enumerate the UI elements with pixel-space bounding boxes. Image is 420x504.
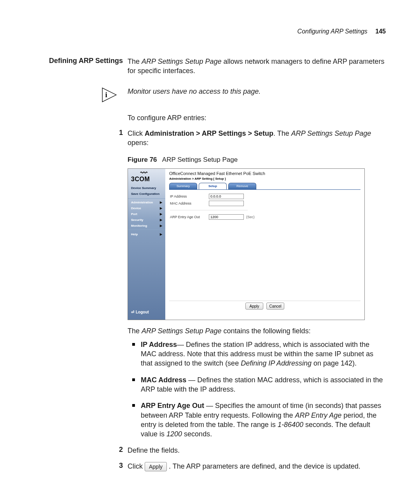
info-icon: i bbox=[37, 87, 128, 103]
step-number: 3 bbox=[37, 462, 128, 470]
apply-button-inline[interactable]: Apply bbox=[145, 462, 167, 472]
label: Device bbox=[131, 206, 141, 210]
ageout-unit: (Sec) bbox=[246, 215, 255, 219]
t: Click bbox=[128, 130, 145, 137]
sidebar-item-port[interactable]: Port▶ bbox=[128, 211, 165, 217]
running-header: Configuring ARP Settings 145 bbox=[37, 28, 386, 35]
arp-ageout-input[interactable] bbox=[209, 214, 244, 220]
sidebar-item-device[interactable]: Device▶ bbox=[128, 205, 165, 211]
t: ARP Settings Setup Page bbox=[142, 327, 221, 335]
brand-logo: 〰 3COM bbox=[128, 170, 165, 185]
field-name: ARP Entry Age Out bbox=[141, 402, 204, 410]
label: Security bbox=[131, 218, 144, 222]
tab-remove[interactable]: Remove bbox=[228, 183, 256, 189]
sidebar-save-config[interactable]: Save Configuration bbox=[128, 191, 165, 197]
fields-list: IP Address— Defines the station IP addre… bbox=[132, 340, 386, 439]
figure-caption: Figure 76 ARP Settings Setup Page bbox=[128, 156, 386, 164]
t: . The bbox=[273, 130, 291, 137]
t: ARP Entry Age bbox=[295, 411, 342, 419]
field-name: MAC Address bbox=[141, 376, 186, 384]
sidebar-item-administration[interactable]: Administration▶ bbox=[128, 200, 165, 205]
label: Help bbox=[131, 233, 138, 236]
nav-path: Administration > ARP Settings > Setup bbox=[145, 130, 273, 137]
sidebar-device-summary[interactable]: Device Summary bbox=[128, 185, 165, 191]
chevron-right-icon: ▶ bbox=[160, 218, 162, 222]
ui-sidebar: 〰 3COM Device Summary Save Configuration… bbox=[128, 169, 165, 320]
arp-ageout-label: ARP Entry Age Out bbox=[170, 215, 209, 219]
label: Device Summary bbox=[131, 186, 156, 190]
arp-setup-screenshot: 〰 3COM Device Summary Save Configuration… bbox=[128, 168, 365, 320]
ui-tabs: Summary Setup Remove bbox=[169, 183, 360, 189]
section-heading: Defining ARP Settings bbox=[37, 57, 128, 65]
step-1: 1 Click Administration > ARP Settings > … bbox=[37, 129, 386, 148]
mac-address-label: MAC Address bbox=[170, 201, 209, 205]
chevron-right-icon: ▶ bbox=[160, 201, 162, 204]
chevron-right-icon: ▶ bbox=[160, 206, 162, 210]
header-section-title: Configuring ARP Settings bbox=[298, 28, 368, 35]
t: The bbox=[128, 327, 142, 335]
t: 1-86400 bbox=[278, 421, 303, 429]
tab-body: IP Address MAC Address ARP Entry Age Out… bbox=[169, 189, 360, 225]
sidebar-item-monitoring[interactable]: Monitoring▶ bbox=[128, 223, 165, 229]
sidebar-item-security[interactable]: Security▶ bbox=[128, 217, 165, 223]
t: on page 142). bbox=[312, 359, 357, 367]
field-ip-address: IP Address— Defines the station IP addre… bbox=[132, 340, 386, 368]
field-arp-age-out: ARP Entry Age Out — Specifies the amount… bbox=[132, 401, 386, 439]
step-3: 3 Click Apply . The ARP parameters are d… bbox=[37, 462, 386, 472]
label: Administration bbox=[131, 201, 153, 204]
label: Logout bbox=[136, 310, 149, 314]
figure-label: Figure 76 bbox=[128, 156, 157, 163]
chevron-right-icon: ▶ bbox=[160, 212, 162, 216]
svg-marker-0 bbox=[102, 88, 116, 102]
mac-address-input[interactable] bbox=[209, 201, 244, 206]
step-body: Click Administration > ARP Settings > Se… bbox=[128, 129, 386, 148]
t: . The ARP parameters are defined, and th… bbox=[169, 462, 360, 470]
logout-button[interactable]: ⏎ Logout bbox=[128, 304, 165, 320]
step-body: Define the fields. bbox=[128, 446, 386, 455]
form-row-mac: MAC Address bbox=[170, 201, 360, 206]
device-title: OfficeConnect Managed Fast Ethernet PoE … bbox=[169, 171, 360, 176]
fields-intro: The ARP Settings Setup Page contains the… bbox=[128, 326, 386, 336]
t: The bbox=[128, 58, 142, 65]
sidebar-item-help[interactable]: Help▶ bbox=[128, 231, 165, 237]
form-row-ageout: ARP Entry Age Out (Sec) bbox=[170, 214, 360, 220]
cancel-button[interactable]: Cancel bbox=[266, 303, 284, 310]
t: 1200 bbox=[166, 430, 182, 438]
page-number: 145 bbox=[375, 28, 386, 35]
tab-summary[interactable]: Summary bbox=[169, 183, 197, 189]
divider bbox=[170, 210, 248, 210]
field-name: IP Address bbox=[141, 341, 177, 348]
tab-setup[interactable]: Setup bbox=[199, 183, 227, 189]
info-triangle-icon: i bbox=[101, 87, 117, 103]
section-intro: Defining ARP Settings The ARP Settings S… bbox=[37, 57, 386, 76]
step-body: Click Apply . The ARP parameters are def… bbox=[128, 462, 386, 472]
apply-button[interactable]: Apply bbox=[245, 303, 263, 310]
ip-address-label: IP Address bbox=[170, 194, 209, 198]
label: Save Configuration bbox=[131, 192, 159, 196]
logout-icon: ⏎ bbox=[131, 310, 134, 314]
svg-text:i: i bbox=[105, 91, 107, 99]
label: Port bbox=[131, 212, 137, 216]
step-2: 2 Define the fields. bbox=[37, 446, 386, 455]
field-mac-address: MAC Address — Defines the station MAC ad… bbox=[132, 375, 386, 394]
breadcrumb: Administration > ARP Setting [ Setup ] bbox=[169, 177, 360, 180]
t: contains the following fields: bbox=[222, 327, 311, 335]
brand-squiggle: 〰 bbox=[140, 170, 148, 176]
chevron-right-icon: ▶ bbox=[160, 233, 162, 236]
t: opens: bbox=[128, 139, 149, 147]
lead-text: To configure ARP entries: bbox=[128, 113, 386, 122]
t: Defining IP Addressing bbox=[241, 359, 312, 367]
ui-main: OfficeConnect Managed Fast Ethernet PoE … bbox=[165, 169, 364, 320]
lead-row: To configure ARP entries: bbox=[37, 113, 386, 122]
chevron-right-icon: ▶ bbox=[160, 224, 162, 228]
button-bar-divider bbox=[169, 301, 360, 301]
t: ARP Settings Setup Page bbox=[291, 130, 371, 137]
step-number: 2 bbox=[37, 446, 128, 454]
t: seconds. bbox=[182, 430, 212, 438]
section-intro-text: The ARP Settings Setup Page allows netwo… bbox=[128, 57, 386, 76]
step-number: 1 bbox=[37, 129, 128, 137]
note-text: Monitor users have no access to this pag… bbox=[128, 87, 386, 96]
ip-address-input[interactable] bbox=[209, 194, 244, 199]
t: Click bbox=[128, 462, 145, 470]
figure-title: ARP Settings Setup Page bbox=[162, 156, 238, 163]
